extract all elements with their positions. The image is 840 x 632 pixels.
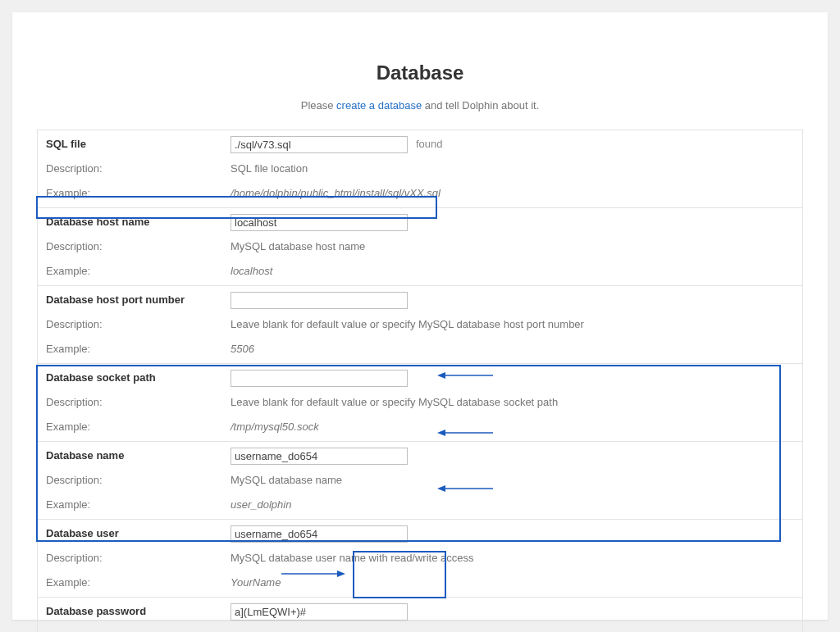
field-label: Database password <box>46 602 231 621</box>
content-wrap: Database Please create a database and te… <box>37 61 803 632</box>
field-description: MySQL database password <box>231 627 794 632</box>
db-host-input[interactable] <box>231 214 408 231</box>
field-label: Database socket path <box>46 369 231 387</box>
field-description: Leave blank for default value or specify… <box>231 316 794 334</box>
create-database-link[interactable]: create a database <box>336 99 422 111</box>
field-row-sql-file: SQL file found Description: SQL file loc… <box>38 130 802 208</box>
field-label: Database user <box>46 525 231 543</box>
field-row-db-name: Database name Description: MySQL databas… <box>38 442 802 520</box>
main-panel: Database Please create a database and te… <box>12 12 828 620</box>
example-label: Example: <box>46 418 231 436</box>
field-description: MySQL database host name <box>231 238 794 256</box>
sql-file-input[interactable] <box>231 136 408 153</box>
field-row-db-host: Database host name Description: MySQL da… <box>38 208 802 286</box>
example-label: Example: <box>46 184 231 202</box>
desc-label: Description: <box>46 316 231 334</box>
desc-label: Description: <box>46 471 231 489</box>
page-title: Database <box>37 61 803 84</box>
database-form-table: SQL file found Description: SQL file loc… <box>37 130 803 632</box>
subtitle-suffix: and tell Dolphin about it. <box>422 99 539 111</box>
example-label: Example: <box>46 574 231 592</box>
example-label: Example: <box>46 340 231 358</box>
field-example: YourName <box>231 574 794 592</box>
field-example: 5506 <box>231 340 794 358</box>
example-label: Example: <box>46 262 231 280</box>
field-row-db-password: Database password Description: MySQL dat… <box>38 598 802 632</box>
db-port-input[interactable] <box>231 292 408 309</box>
field-example: /home/dolphin/public_html/install/sql/vX… <box>231 184 794 202</box>
sql-file-status: found <box>416 135 443 153</box>
field-example: user_dolphin <box>231 496 794 514</box>
db-socket-input[interactable] <box>231 370 408 387</box>
db-user-input[interactable] <box>231 525 408 543</box>
field-description: SQL file location <box>231 160 794 178</box>
db-name-input[interactable] <box>231 448 408 465</box>
field-label: SQL file <box>46 135 231 153</box>
desc-label: Description: <box>46 238 231 256</box>
subtitle: Please create a database and tell Dolphi… <box>37 99 803 111</box>
field-row-db-port: Database host port number Description: L… <box>38 286 802 364</box>
desc-label: Description: <box>46 160 231 178</box>
desc-label: Description: <box>46 393 231 411</box>
field-example: /tmp/mysql50.sock <box>231 418 794 436</box>
desc-label: Description: <box>46 627 231 632</box>
field-description: MySQL database name <box>231 471 794 489</box>
subtitle-prefix: Please <box>301 99 336 111</box>
desc-label: Description: <box>46 549 231 567</box>
field-description: MySQL database user name with read/write… <box>231 549 794 567</box>
field-description: Leave blank for default value or specify… <box>231 393 794 411</box>
field-label: Database name <box>46 447 231 465</box>
field-row-db-user: Database user Description: MySQL databas… <box>38 520 802 598</box>
field-label: Database host name <box>46 213 231 231</box>
field-example: localhost <box>231 262 794 280</box>
example-label: Example: <box>46 496 231 514</box>
db-password-input[interactable] <box>231 603 408 621</box>
field-label: Database host port number <box>46 291 231 309</box>
field-row-db-socket: Database socket path Description: Leave … <box>38 364 802 442</box>
